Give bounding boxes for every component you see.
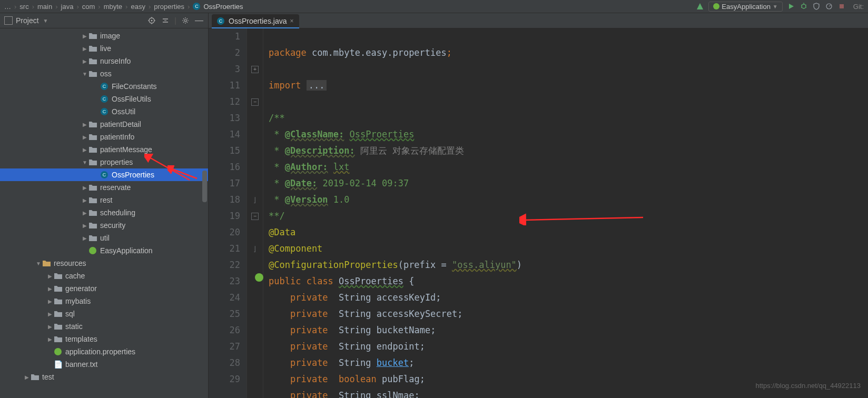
chevron-right-icon[interactable]: ▶ <box>81 33 88 39</box>
tree-item-resources[interactable]: ▼resources <box>0 257 208 270</box>
code-editor[interactable]: 1231112131415161718192021222324252627282… <box>209 28 868 398</box>
svg-marker-0 <box>697 3 703 9</box>
folder-icon <box>88 183 97 192</box>
tree-item-label: banner.txt <box>65 360 98 369</box>
folder-icon <box>88 158 97 166</box>
crumb[interactable]: java <box>61 3 74 11</box>
line-number: 2 <box>209 45 240 61</box>
debug-icon[interactable] <box>800 2 808 11</box>
chevron-right-icon[interactable]: ▶ <box>81 210 88 216</box>
tree-item-reservate[interactable]: ▶reservate <box>0 181 208 194</box>
chevron-right-icon[interactable]: ▶ <box>81 58 88 64</box>
tree-item-easyapplication[interactable]: ▶EasyApplication <box>0 244 208 257</box>
chevron-right-icon[interactable]: ▶ <box>81 185 88 191</box>
folder-icon <box>54 297 62 305</box>
tree-item-test[interactable]: ▶test <box>0 371 208 383</box>
chevron-right-icon[interactable]: ▶ <box>81 134 88 140</box>
tree-item-image[interactable]: ▶image <box>0 29 208 42</box>
chevron-right-icon[interactable]: ▶ <box>81 235 88 241</box>
tree-item-ossfileutils[interactable]: ▶COssFileUtils <box>0 93 208 105</box>
spring-gutter-icon[interactable] <box>255 273 263 282</box>
gear-icon[interactable] <box>181 16 190 25</box>
tree-item-label: patientInfo <box>100 133 134 141</box>
folder-icon <box>88 32 97 40</box>
crumb[interactable]: main <box>37 3 52 11</box>
build-icon[interactable] <box>696 2 704 11</box>
tree-item-sql[interactable]: ▶sql <box>0 307 208 320</box>
fold-collapse-icon[interactable]: − <box>251 98 259 106</box>
scrollbar-thumb[interactable] <box>202 171 207 202</box>
chevron-right-icon[interactable]: ▶ <box>46 311 54 317</box>
coverage-icon[interactable] <box>812 2 821 11</box>
folder-icon <box>88 145 97 154</box>
tree-item-label: resources <box>54 259 86 267</box>
tree-item-oss[interactable]: ▼oss <box>0 67 208 80</box>
tree-item-mybatis[interactable]: ▶mybatis <box>0 295 208 307</box>
tree-item-templates[interactable]: ▶templates <box>0 333 208 345</box>
tree-item-patientinfo[interactable]: ▶patientInfo <box>0 131 208 143</box>
chevron-right-icon[interactable]: ▶ <box>23 374 31 380</box>
tree-item-static[interactable]: ▶static <box>0 320 208 333</box>
tree-item-patientdetail[interactable]: ▶patientDetail <box>0 118 208 131</box>
tree-item-ossutil[interactable]: ▶COssUtil <box>0 105 208 118</box>
chevron-down-icon[interactable]: ▼ <box>81 71 88 77</box>
run-icon[interactable] <box>787 2 795 11</box>
tree-item-ossproerties[interactable]: ▶COssProerties <box>0 168 208 181</box>
crumb[interactable]: src <box>19 3 28 11</box>
crumb[interactable]: … <box>4 3 11 11</box>
line-number: 1 <box>209 28 240 45</box>
collapse-all-icon[interactable] <box>161 16 170 25</box>
tree-item-rest[interactable]: ▶rest <box>0 194 208 206</box>
crumb[interactable]: mbyte <box>104 3 122 11</box>
tree-item-label: oss <box>100 69 112 78</box>
tree-item-nurseinfo[interactable]: ▶nurseInfo <box>0 55 208 67</box>
tree-item-live[interactable]: ▶live <box>0 42 208 55</box>
breadcrumb[interactable]: …› src› main› java› com› mbyte› easy› pr… <box>4 3 696 11</box>
svg-rect-10 <box>840 4 844 8</box>
tree-item-patientmessage[interactable]: ▶patientMessage <box>0 143 208 156</box>
folder-icon <box>54 322 62 331</box>
tree-item-properties[interactable]: ▼properties <box>0 156 208 168</box>
chevron-right-icon[interactable]: ▶ <box>46 286 54 292</box>
stop-icon[interactable] <box>837 2 846 11</box>
chevron-down-icon[interactable]: ▼ <box>81 160 88 165</box>
chevron-right-icon[interactable]: ▶ <box>46 299 54 304</box>
tree-item-label: static <box>65 322 83 331</box>
tree-item-cache[interactable]: ▶cache <box>0 270 208 282</box>
close-icon[interactable]: × <box>290 17 293 25</box>
crumb[interactable]: com <box>82 3 95 11</box>
run-config-select[interactable]: EasyApplication ▼ <box>708 2 782 12</box>
tree-item-banner-txt[interactable]: ▶📄banner.txt <box>0 358 208 371</box>
fold-collapse-icon[interactable]: − <box>251 213 259 220</box>
crumb-current[interactable]: OssProerties <box>203 3 243 11</box>
chevron-right-icon[interactable]: ▶ <box>81 223 88 228</box>
profile-icon[interactable] <box>825 2 833 11</box>
fold-expand-icon[interactable]: + <box>251 66 259 73</box>
chevron-down-icon[interactable]: ▼ <box>35 261 42 266</box>
folder-icon <box>88 221 97 230</box>
crumb[interactable]: properties <box>154 3 184 11</box>
chevron-right-icon[interactable]: ▶ <box>81 197 88 203</box>
project-tree[interactable]: ▶image▶live▶nurseInfo▼oss▶CFileConstants… <box>0 28 208 398</box>
tree-item-application-properties[interactable]: ▶application.properties <box>0 345 208 358</box>
tree-item-security[interactable]: ▶security <box>0 219 208 232</box>
code-content[interactable]: package com.mbyte.easy.properties; impor… <box>263 28 868 398</box>
chevron-right-icon[interactable]: ▶ <box>81 147 88 153</box>
crumb[interactable]: easy <box>131 3 145 11</box>
editor-tab[interactable]: C OssProerties.java × <box>212 14 299 28</box>
chevron-right-icon[interactable]: ▶ <box>81 122 88 127</box>
chevron-right-icon[interactable]: ▶ <box>46 324 54 330</box>
chevron-right-icon[interactable]: ▶ <box>81 46 88 52</box>
hide-icon[interactable]: — <box>194 16 204 25</box>
chevron-right-icon[interactable]: ▶ <box>46 336 54 342</box>
tree-item-generator[interactable]: ▶generator <box>0 282 208 295</box>
chevron-down-icon: ▼ <box>773 4 778 9</box>
tree-item-fileconstants[interactable]: ▶CFileConstants <box>0 80 208 93</box>
project-panel-title[interactable]: Project ▼ <box>4 16 143 25</box>
class-icon: C <box>100 107 108 116</box>
chevron-right-icon[interactable]: ▶ <box>46 273 54 279</box>
fold-gutter[interactable]: + − ⌋ − ⌋ <box>246 28 263 398</box>
tree-item-util[interactable]: ▶util <box>0 232 208 244</box>
tree-item-scheduling[interactable]: ▶scheduling <box>0 206 208 219</box>
locate-icon[interactable] <box>147 16 156 25</box>
